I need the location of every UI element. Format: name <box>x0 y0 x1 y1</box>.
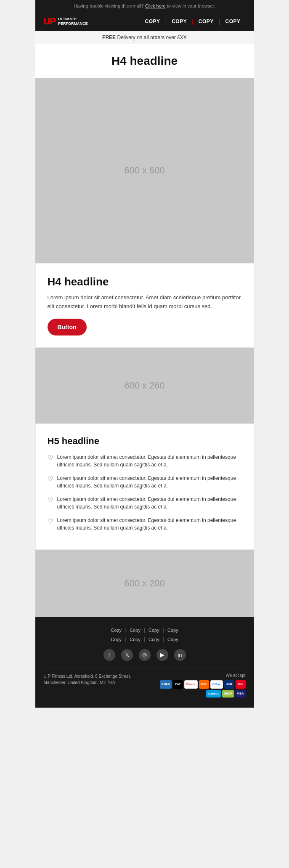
list-item: ♡ Lorem ipsum dolor sit amet consectetur… <box>48 495 242 511</box>
heart-icon: ♡ <box>48 454 53 462</box>
footer-link[interactable]: Copy <box>107 637 125 642</box>
youtube-icon[interactable]: ▶ <box>156 649 168 661</box>
list-item: ♡ Lorem ipsum dolor sit amet consectetur… <box>48 453 242 469</box>
payment-icon-visa: VISA <box>235 690 245 698</box>
footer-payments: We accept AMEXPAYDinersdisc.G PayJCBMCma… <box>145 673 246 698</box>
nav-link-1[interactable]: COPY <box>140 19 165 24</box>
list-item-text: Lorem ipsum dolor sit amet consectetur. … <box>57 495 242 511</box>
heart-icon: ♡ <box>48 496 53 504</box>
bottom-banner: 600 x 200 <box>35 550 254 617</box>
bottom-banner-label: 600 x 200 <box>124 578 165 589</box>
nav-link-2[interactable]: COPY <box>167 19 192 24</box>
payment-icon-diners: Diners <box>184 680 198 689</box>
list-item-text: Lorem ipsum dolor sit amet consectetur. … <box>57 453 242 469</box>
topbar-suffix: to view in your browser. <box>167 3 215 8</box>
footer-address: U P Fitness Ltd, Acresfield, 8 Exchange … <box>44 673 145 686</box>
logo: UP ULTIMATE PERFORMANCE <box>44 16 88 27</box>
logo-line2: PERFORMANCE <box>58 21 88 26</box>
h5-section: H5 headline ♡ Lorem ipsum dolor sit amet… <box>35 423 254 550</box>
content-headline: H4 headline <box>48 275 242 288</box>
social-row: f𝕏◎▶in <box>44 649 246 661</box>
footer-link[interactable]: Copy <box>164 637 182 642</box>
heart-icon: ♡ <box>48 517 53 525</box>
navbar: UP ULTIMATE PERFORMANCE COPY | COPY | CO… <box>35 12 254 31</box>
logo-line1: ULTIMATE <box>58 17 88 21</box>
delivery-text: Delivery on all orders over £XX <box>117 35 186 40</box>
payment-icon-amex: AMEX <box>160 680 172 689</box>
list-item: ♡ Lorem ipsum dolor sit amet consectetur… <box>48 517 242 532</box>
banner-image-260: 600 x 260 <box>35 348 254 423</box>
payment-icon-shopify: SHOP <box>222 690 234 698</box>
list-item-text: Lorem ipsum dolor sit amet consectetur. … <box>57 474 242 490</box>
footer-link[interactable]: Copy <box>164 628 182 633</box>
payments-title: We accept <box>145 673 246 678</box>
list-item: ♡ Lorem ipsum dolor sit amet consectetur… <box>48 474 242 490</box>
payment-icon-discover: disc. <box>199 680 209 689</box>
delivery-banner: FREE Delivery on all orders over £XX <box>35 31 254 44</box>
cta-button[interactable]: Button <box>48 319 87 335</box>
top-bar: Having trouble viewing this email? Click… <box>35 0 254 12</box>
footer-link[interactable]: Copy <box>126 628 144 633</box>
nav-link-4[interactable]: COPY <box>220 19 245 24</box>
payment-icon-jcb: JCB <box>224 680 234 689</box>
payment-icon-google: G Pay <box>210 680 223 689</box>
logo-text: ULTIMATE PERFORMANCE <box>58 17 88 26</box>
linkedin-icon[interactable]: in <box>174 649 186 661</box>
twitter-icon[interactable]: 𝕏 <box>121 649 133 661</box>
footer-link[interactable]: Copy <box>145 628 163 633</box>
h5-headline: H5 headline <box>48 436 242 447</box>
topbar-link[interactable]: Click here <box>145 3 166 8</box>
footer-link[interactable]: Copy <box>126 637 144 642</box>
banner-image-260-label: 600 x 260 <box>124 380 165 391</box>
content-card: H4 headline Lorem ipsum dolor sit amet c… <box>35 263 254 348</box>
payment-icon-maestro: maestro <box>206 690 221 698</box>
nav-links: COPY | COPY | COPY | COPY <box>140 18 246 25</box>
heart-icon: ♡ <box>48 475 53 483</box>
logo-up: UP <box>44 16 56 27</box>
footer-link[interactable]: Copy <box>107 628 125 633</box>
footer-bottom: U P Fitness Ltd, Acresfield, 8 Exchange … <box>44 668 246 698</box>
facebook-icon[interactable]: f <box>103 649 115 661</box>
delivery-bold: FREE <box>102 35 116 40</box>
footer-row1: Copy|Copy|Copy|Copy <box>44 627 246 633</box>
h5-list: ♡ Lorem ipsum dolor sit amet consectetur… <box>48 453 242 532</box>
footer-row2: Copy|Copy|Copy|Copy <box>44 636 246 642</box>
content-body: Lorem ipsum dolor sit amet consectetur. … <box>48 293 242 311</box>
payment-icons: AMEXPAYDinersdisc.G PayJCBMCmaestroSHOPV… <box>145 680 246 698</box>
footer-link[interactable]: Copy <box>145 637 163 642</box>
hero-headline-section: H4 headline <box>35 44 254 78</box>
nav-link-3[interactable]: COPY <box>194 19 219 24</box>
instagram-icon[interactable]: ◎ <box>139 649 151 661</box>
footer: Copy|Copy|Copy|Copy Copy|Copy|Copy|Copy … <box>35 617 254 708</box>
hero-headline: H4 headline <box>44 54 246 68</box>
payment-icon-apple: PAY <box>173 680 183 689</box>
list-item-text: Lorem ipsum dolor sit amet consectetur. … <box>57 517 242 532</box>
payment-icon-mc: MC <box>236 680 246 689</box>
topbar-message: Having trouble viewing this email? <box>74 3 143 8</box>
hero-image: 600 x 600 <box>35 78 254 263</box>
hero-image-label: 600 x 600 <box>124 165 165 176</box>
